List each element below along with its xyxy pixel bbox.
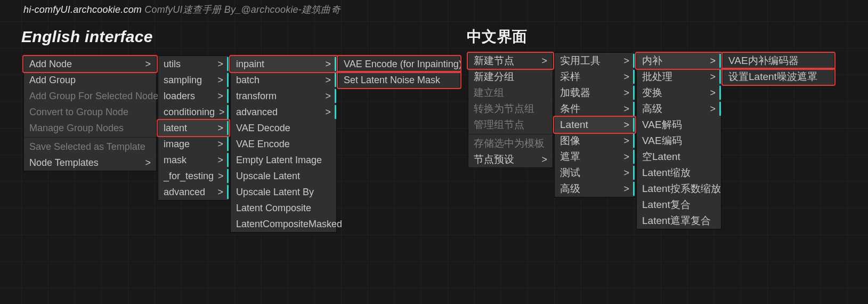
submenu-arrow-icon: > [710,55,716,67]
submenu-arrow-icon: > [623,183,629,195]
menu-item[interactable]: 条件> [555,101,635,117]
menu-item-label: _for_testing [164,171,214,182]
menu-item-label: Add Group [29,75,76,86]
menu-item[interactable]: transform> [231,88,336,104]
menu-item[interactable]: image> [158,136,229,152]
menu-item[interactable]: advanced> [231,104,336,120]
menu-item[interactable]: inpaint> [231,56,336,72]
menu-item[interactable]: Set Latent Noise Mask [338,72,460,88]
context-menu-en-1[interactable]: Add Node>Add GroupAdd Group For Selected… [23,55,157,171]
menu-item[interactable]: 新建分组 [468,69,553,85]
menu-item[interactable]: Add Group [24,72,156,88]
menu-item[interactable]: loaders> [158,88,229,104]
menu-item[interactable]: Convert to Group Node [24,104,156,120]
menu-item[interactable]: Upscale Latent [231,168,336,184]
menu-item-label: latent [164,123,187,134]
menu-item[interactable]: 空Latent [637,149,721,165]
context-menu-en-2[interactable]: utils>sampling>loaders>conditioning>late… [158,55,229,201]
menu-item[interactable]: Latent Composite [231,200,336,216]
menu-item[interactable]: 转换为节点组 [468,101,553,117]
menu-item-label: Latent [560,119,588,131]
menu-item[interactable]: 节点预设> [468,151,553,167]
menu-item[interactable]: Upscale Latent By [231,184,336,200]
menu-item[interactable]: 批处理> [637,69,721,85]
menu-item-label: Latent Composite [236,203,311,214]
menu-item[interactable]: mask> [158,152,229,168]
menu-item-label: Latent复合 [642,198,691,212]
menu-item[interactable]: 建立组 [468,85,553,101]
context-menu-en-3[interactable]: inpaint>batch>transform>advanced>VAE Dec… [230,55,337,233]
submenu-indicator-icon [227,57,229,71]
submenu-arrow-icon: > [218,171,224,182]
menu-item[interactable]: 测试> [555,165,635,181]
menu-item[interactable]: Add Group For Selected Nodes [24,88,156,104]
menu-item[interactable]: 加载器> [555,85,635,101]
menu-item[interactable]: Latent复合 [637,197,721,213]
menu-item[interactable]: VAE解码 [637,117,721,133]
submenu-arrow-icon: > [217,187,223,198]
menu-item[interactable]: Empty Latent Image [231,152,336,168]
menu-item-label: 内补 [642,54,662,68]
menu-item[interactable]: 存储选中为模板 [468,135,553,151]
menu-item-label: loaders [164,91,195,102]
menu-item[interactable]: 采样> [555,69,635,85]
submenu-indicator-icon [335,89,336,103]
menu-item-label: Latent缩放 [642,166,691,180]
menu-item[interactable]: latent> [158,120,229,136]
submenu-arrow-icon: > [217,123,223,134]
menu-item[interactable]: batch> [231,72,336,88]
menu-item-label: 采样 [560,70,580,84]
menu-item-label: 高级 [642,102,662,116]
submenu-indicator-icon [335,105,336,119]
menu-item[interactable]: VAE Encode (for Inpainting) [338,56,460,72]
menu-item-label: LatentCompositeMasked [236,219,342,230]
header-url: hi-comfyUI.archcookie.com [23,4,142,15]
menu-item[interactable]: 内补> [637,53,721,69]
menu-item[interactable]: Node Templates> [24,155,156,171]
menu-item[interactable]: 管理组节点 [468,117,553,133]
context-menu-cn-1[interactable]: 新建节点>新建分组建立组转换为节点组管理组节点存储选中为模板节点预设> [468,52,553,168]
menu-item-label: Latent按系数缩放 [642,182,721,196]
menu-item[interactable]: Add Node> [24,56,156,72]
submenu-arrow-icon: > [623,103,629,115]
submenu-indicator-icon [227,73,229,87]
menu-item[interactable]: 变换> [637,85,721,101]
menu-item[interactable]: Latent缩放 [637,165,721,181]
menu-item[interactable]: Manage Group Nodes [24,120,156,136]
menu-item[interactable]: advanced> [158,184,229,200]
menu-item[interactable]: sampling> [158,72,229,88]
context-menu-cn-2[interactable]: 实用工具>采样>加载器>条件>Latent>图像>遮罩>测试>高级> [554,52,635,197]
submenu-arrow-icon: > [710,71,716,83]
menu-item[interactable]: 遮罩> [555,149,635,165]
menu-item[interactable]: VAE Encode [231,136,336,152]
menu-item[interactable]: 高级> [555,181,635,197]
menu-item[interactable]: Latent按系数缩放 [637,181,721,197]
submenu-indicator-icon [633,182,635,196]
menu-item[interactable]: Latent遮罩复合 [637,213,721,229]
submenu-indicator-icon [633,102,635,116]
menu-item[interactable]: _for_testing> [158,168,229,184]
context-menu-en-4[interactable]: VAE Encode (for Inpainting)Set Latent No… [338,55,460,89]
menu-item[interactable]: LatentCompositeMasked [231,216,336,232]
menu-item[interactable]: 设置Latent噪波遮罩 [723,69,834,85]
menu-item[interactable]: Save Selected as Template [24,139,156,155]
menu-item-label: 节点预设 [474,153,514,166]
menu-item[interactable]: 新建节点> [468,53,553,69]
menu-item[interactable]: 图像> [555,133,635,149]
menu-item[interactable]: conditioning> [158,104,229,120]
menu-item[interactable]: utils> [158,56,229,72]
context-menu-cn-3[interactable]: 内补>批处理>变换>高级>VAE解码VAE编码空LatentLatent缩放La… [636,52,721,229]
submenu-indicator-icon [719,86,721,100]
menu-item[interactable]: 实用工具> [555,53,635,69]
menu-item[interactable]: VAE编码 [637,133,721,149]
menu-item-label: 加载器 [560,86,590,100]
menu-item[interactable]: Latent> [555,117,635,133]
menu-item[interactable]: VAE Decode [231,120,336,136]
menu-item-label: advanced [164,187,205,198]
submenu-arrow-icon: > [623,87,629,99]
menu-item[interactable]: 高级> [637,101,721,117]
submenu-indicator-icon [633,166,635,180]
menu-item[interactable]: VAE内补编码器 [723,53,834,69]
submenu-arrow-icon: > [217,75,223,86]
context-menu-cn-4[interactable]: VAE内补编码器设置Latent噪波遮罩 [723,52,834,85]
